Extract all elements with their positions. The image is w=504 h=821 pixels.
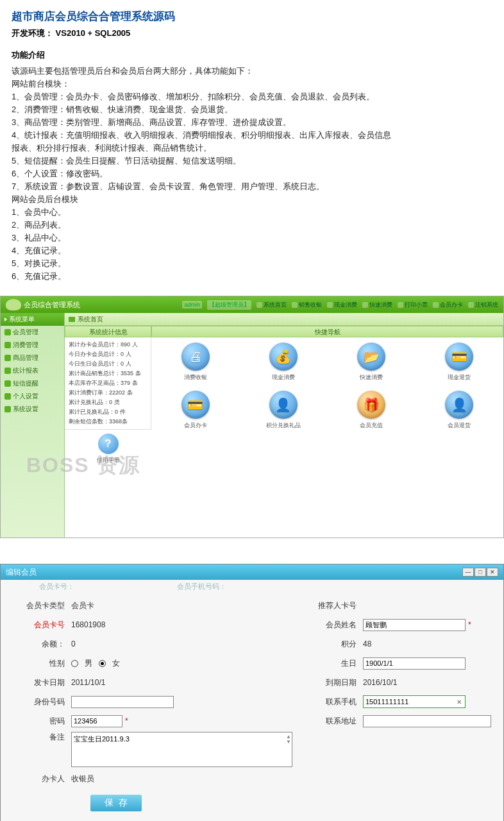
topbar-link[interactable]: 打印小票 — [398, 301, 428, 309]
window-close-button[interactable]: ✕ — [487, 568, 498, 577]
stat-row: 本店库存不足商品：379 条 — [69, 378, 147, 388]
card-no-label: 会员卡号 — [1, 620, 71, 631]
sidebar-item[interactable]: 会员管理 — [1, 326, 64, 339]
password-input[interactable] — [71, 715, 122, 727]
address-input[interactable] — [363, 715, 491, 727]
quicknav-label: 会员充值 — [346, 421, 397, 430]
quicknav-icon: 🎁 — [357, 391, 385, 419]
toolbar-icon — [292, 302, 298, 308]
module-icon — [4, 393, 11, 400]
quicknav-item[interactable]: 👤会员退货 — [433, 391, 485, 430]
module-icon — [4, 406, 11, 412]
points-value: 48 — [363, 639, 371, 648]
doc-environment: 开发环境： VS2010 + SQL2005 — [12, 28, 492, 39]
quicknav-item[interactable]: 💳会员办卡 — [170, 391, 221, 430]
referrer-label: 推荐人卡号 — [292, 600, 363, 611]
toolbar-icon — [256, 302, 262, 308]
form-right-column: 推荐人卡号 会员姓名 * 积分 48 生日 到期日期 2016/10/1 — [292, 596, 503, 811]
topbar-user: admin — [182, 301, 202, 309]
quicknav-item[interactable]: 🎁会员充值 — [346, 391, 397, 430]
birthday-label: 生日 — [292, 658, 363, 669]
doc-line: 该源码主要包括管理员后台和会员后台两大部分，具体功能如下： — [12, 65, 492, 78]
doc-line: 2、商品列表。 — [12, 219, 492, 232]
topbar-link[interactable]: 销售收银 — [292, 301, 322, 309]
phone-input-wrapper[interactable]: ✕ — [363, 695, 466, 708]
toolbar-icon — [362, 302, 368, 308]
panel-header-stats: 系统统计信息 — [65, 326, 151, 337]
sidebar-item[interactable]: 统计报表 — [1, 364, 64, 377]
quicknav-icon: 📂 — [357, 343, 385, 371]
gender-label: 性别 — [1, 658, 71, 669]
breadcrumb-label: 系统首页 — [78, 315, 103, 324]
quicknav-item[interactable]: 📂快速消费 — [346, 343, 397, 382]
sidebar-item[interactable]: 个人设置 — [1, 390, 64, 403]
stat-row: 今日办卡会员总计：0 人 — [69, 350, 147, 359]
topbar-link[interactable]: 注销系统 — [468, 301, 498, 309]
doc-line: 网站前台模块： — [12, 78, 492, 90]
quicknav-icon: 💰 — [269, 343, 298, 371]
sidebar-header-label: 系统菜单 — [9, 315, 35, 324]
member-name-label: 会员姓名 — [292, 620, 363, 631]
quicknav-icon: 👤 — [445, 391, 473, 419]
faint-cardno-label: 会员卡号： — [39, 582, 74, 591]
required-star: * — [125, 716, 128, 725]
toolbar-icon — [327, 302, 333, 308]
breadcrumb: 系统首页 — [65, 313, 503, 326]
card-no-value: 16801908 — [71, 620, 105, 629]
help-manual[interactable]: ? 使用手册 — [65, 429, 151, 468]
quicknav-label: 消费收银 — [170, 373, 221, 382]
quicknav-icon: 🖨 — [181, 343, 210, 371]
doc-line: 3、礼品中心。 — [12, 232, 492, 244]
app-logo-text: 会员综合管理系统 — [24, 300, 80, 310]
issue-date-label: 发卡日期 — [1, 677, 71, 688]
window-maximize-button[interactable]: □ — [475, 568, 486, 577]
member-name-input[interactable] — [363, 619, 466, 631]
window-minimize-button[interactable]: — — [462, 568, 474, 577]
doc-feature-list: 该源码主要包括管理员后台和会员后台两大部分，具体功能如下：网站前台模块：1、会员… — [12, 65, 492, 283]
phone-label: 联系手机 — [292, 697, 363, 707]
doc-line: 4、统计报表：充值明细报表、收入明细报表、消费明细报表、积分明细报表、出库入库报… — [12, 129, 492, 142]
stat-row: 剩余短信条数：3368条 — [69, 417, 147, 427]
points-label: 积分 — [292, 639, 363, 650]
birthday-input[interactable] — [363, 657, 466, 670]
quicknav-item[interactable]: 💳现金退货 — [433, 343, 485, 382]
topbar-links: admin 【超级管理员】 系统首页销售收银现金消费快速消费打印小票会员办卡注销… — [182, 300, 498, 310]
sidebar-header: 系统菜单 — [1, 313, 64, 326]
quicknav-item[interactable]: 🖨消费收银 — [170, 343, 221, 382]
quicknav-panel: 🖨消费收银💰现金消费📂快速消费💳现金退货💳会员办卡👤积分兑换礼品🎁会员充值👤会员… — [151, 337, 503, 537]
topbar-link[interactable]: 快速消费 — [362, 301, 392, 309]
sidebar-item[interactable]: 短信提醒 — [1, 377, 64, 390]
save-button[interactable]: 保存 — [90, 795, 142, 811]
quicknav-item[interactable]: 👤积分兑换礼品 — [258, 391, 309, 430]
quicknav-icon: 👤 — [269, 391, 298, 419]
quicknav-item[interactable]: 💰现金消费 — [258, 343, 309, 382]
clear-icon[interactable]: ✕ — [457, 698, 465, 706]
textarea-scroll-icon: ▲▼ — [286, 734, 291, 745]
phone-input[interactable] — [364, 696, 457, 707]
module-icon — [4, 342, 11, 348]
remark-textarea[interactable] — [71, 732, 292, 767]
topbar-link[interactable]: 系统首页 — [256, 301, 287, 309]
idcard-input[interactable] — [71, 696, 174, 708]
stat-row: 累计商品销售总计：3535 条 — [69, 369, 147, 378]
quicknav-label: 会员办卡 — [170, 421, 221, 430]
stat-row: 今日生日会员总计：0 人 — [69, 359, 147, 369]
help-label: 使用手册 — [69, 456, 147, 464]
app-topbar: 会员综合管理系统 admin 【超级管理员】 系统首页销售收银现金消费快速消费打… — [1, 296, 503, 313]
doc-line: 网站会员后台模块 — [12, 193, 492, 206]
doc-line: 2、消费管理：销售收银、快速消费、现金退货、会员退货。 — [12, 103, 492, 116]
stats-panel: 累计办卡会员总计：890 人今日办卡会员总计：0 人今日生日会员总计：0 人累计… — [65, 337, 151, 429]
topbar-link[interactable]: 会员办卡 — [433, 301, 463, 309]
sidebar-item[interactable]: 消费管理 — [1, 339, 64, 351]
module-icon — [4, 329, 11, 335]
doc-line: 7、系统设置：参数设置、店铺设置、会员卡设置、角色管理、用户管理、系统日志。 — [12, 180, 492, 193]
gender-male-radio[interactable] — [71, 660, 78, 667]
quicknav-icon: 💳 — [445, 343, 473, 371]
sidebar-item[interactable]: 商品管理 — [1, 351, 64, 364]
gender-female-label: 女 — [112, 658, 120, 669]
gender-female-radio[interactable] — [99, 660, 106, 667]
toolbar-icon — [398, 302, 403, 308]
sidebar-item[interactable]: 系统设置 — [1, 403, 64, 416]
search-row: 会员卡号： 会员手机号码： — [1, 580, 503, 593]
topbar-link[interactable]: 现金消费 — [327, 301, 357, 309]
